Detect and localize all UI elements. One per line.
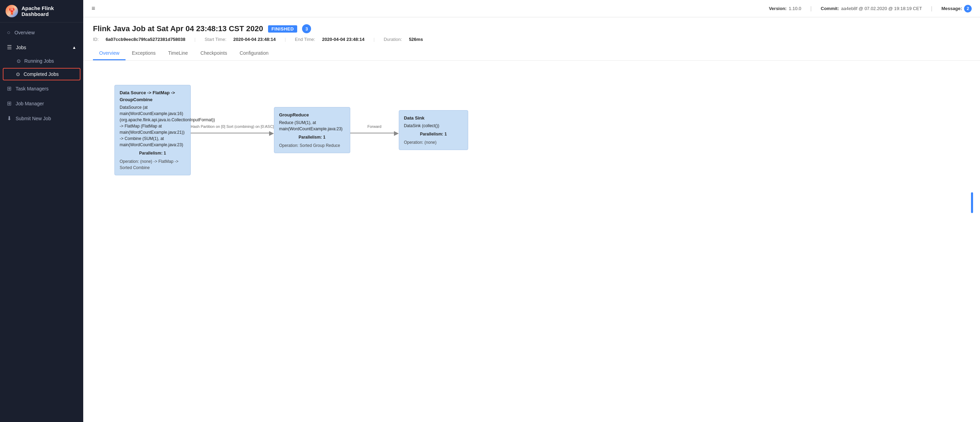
sidebar-item-jobs-label: Jobs <box>16 45 26 50</box>
connector2-label: Forward <box>368 124 382 129</box>
job-tabs: Overview Exceptions TimeLine Checkpoints… <box>93 47 970 60</box>
divider2: | <box>931 6 932 12</box>
completed-jobs-icon: ⊙ <box>16 71 20 77</box>
status-badge: FINISHED <box>268 25 298 33</box>
submit-job-icon: ⬇ <box>7 115 11 122</box>
job-id-value: 6a07ccb9eec8c79fca5272381d758038 <box>106 37 186 42</box>
duration-value: 526ms <box>409 37 423 42</box>
sidebar-item-completed-jobs[interactable]: ⊙ Completed Jobs <box>3 68 80 80</box>
node3-body: DataSink (collect()) <box>404 123 463 129</box>
node2-operation: Operation: Sorted Group Reduce <box>279 143 345 149</box>
job-title: Flink Java Job at Sat Apr 04 23:48:13 CS… <box>93 24 263 33</box>
app-title: Apache Flink Dashboard <box>22 5 78 17</box>
commit-value: aa4eb8f @ 07.02.2020 @ 19:18:19 CET <box>841 6 922 11</box>
node1-parallelism: Parallelism: 1 <box>119 150 186 156</box>
sidebar-item-task-managers-label: Task Managers <box>16 86 49 92</box>
version-info: Version: 1.10.0 <box>769 6 801 11</box>
sidebar-item-submit-new-job-label: Submit New Job <box>16 116 51 121</box>
running-jobs-icon: ⊙ <box>17 58 21 64</box>
tab-exceptions[interactable]: Exceptions <box>126 47 162 60</box>
jobs-chevron-icon: ▲ <box>72 45 76 50</box>
content-area: Flink Java Job at Sat Apr 04 23:48:13 CS… <box>83 17 980 422</box>
sidebar-item-running-jobs[interactable]: ⊙ Running Jobs <box>0 55 83 67</box>
job-header: Flink Java Job at Sat Apr 04 23:48:13 CS… <box>83 17 980 60</box>
id-label: ID: <box>93 37 99 42</box>
overview-icon: ○ <box>7 29 10 36</box>
node2-body: Reduce (SUM(1), at main(WordCountExample… <box>279 119 345 132</box>
sidebar-item-jobs[interactable]: ☰ Jobs ▲ <box>0 40 83 55</box>
sidebar-item-job-manager-label: Job Manager <box>16 101 44 106</box>
commit-label: Commit: <box>821 6 839 11</box>
connector2-line: ▶ <box>350 130 399 136</box>
connector-2: Forward ▶ <box>350 124 399 136</box>
tab-overview[interactable]: Overview <box>93 47 126 60</box>
end-time-value: 2020-04-04 23:48:14 <box>322 37 364 42</box>
connector1-label: Hash Partition on [0] Sort (combining) o… <box>191 124 274 129</box>
topbar: ≡ Version: 1.10.0 | Commit: aa4eb8f @ 07… <box>83 0 980 17</box>
connector1-line-inner <box>191 133 269 133</box>
task-managers-icon: ⊞ <box>7 85 11 92</box>
app-logo: 🦞 <box>6 5 18 17</box>
flow-node-3[interactable]: Data Sink DataSink (collect()) Paralleli… <box>399 110 468 151</box>
flow-diagram: Data Source -> FlatMap -> GroupCombine D… <box>115 85 970 175</box>
scroll-handle[interactable] <box>971 192 973 213</box>
node1-title: Data Source -> FlatMap -> GroupCombine <box>119 89 186 103</box>
node2-parallelism: Parallelism: 1 <box>279 134 345 140</box>
connector1-line: ▶ <box>191 130 274 136</box>
diagram-area: Data Source -> FlatMap -> GroupCombine D… <box>83 60 980 234</box>
sidebar-item-submit-new-job[interactable]: ⬇ Submit New Job <box>0 111 83 126</box>
menu-icon[interactable]: ≡ <box>92 5 95 12</box>
tab-checkpoints[interactable]: Checkpoints <box>194 47 233 60</box>
sidebar-item-overview[interactable]: ○ Overview <box>0 25 83 40</box>
version-value: 1.10.0 <box>789 6 801 11</box>
connector2-line-inner <box>350 133 394 133</box>
node2-title: GroupReduce <box>279 111 345 119</box>
message-badge[interactable]: 2 <box>964 5 972 13</box>
sidebar-header: 🦞 Apache Flink Dashboard <box>0 0 83 22</box>
job-manager-icon: ⊞ <box>7 100 11 107</box>
job-meta: ID: 6a07ccb9eec8c79fca5272381d758038 | S… <box>93 37 970 42</box>
main-content: ≡ Version: 1.10.0 | Commit: aa4eb8f @ 07… <box>83 0 980 422</box>
sidebar-item-running-jobs-label: Running Jobs <box>24 58 54 64</box>
flow-node-2[interactable]: GroupReduce Reduce (SUM(1), at main(Word… <box>274 107 350 154</box>
start-time-label: Start Time: <box>205 37 226 42</box>
version-label: Version: <box>769 6 786 11</box>
message-label: Message: <box>942 6 962 11</box>
sidebar-item-completed-jobs-label: Completed Jobs <box>24 71 59 77</box>
sidebar-item-task-managers[interactable]: ⊞ Task Managers <box>0 81 83 96</box>
tab-configuration[interactable]: Configuration <box>233 47 275 60</box>
node3-parallelism: Parallelism: 1 <box>404 131 463 137</box>
divider1: | <box>810 6 812 12</box>
sidebar: 🦞 Apache Flink Dashboard ○ Overview ☰ Jo… <box>0 0 83 422</box>
message-info: Message: 2 <box>942 5 972 13</box>
alert-badge[interactable]: 3 <box>302 24 311 33</box>
flow-node-1[interactable]: Data Source -> FlatMap -> GroupCombine D… <box>115 85 191 175</box>
duration-label: Duration: <box>383 37 402 42</box>
job-title-row: Flink Java Job at Sat Apr 04 23:48:13 CS… <box>93 24 970 33</box>
connector-1: Hash Partition on [0] Sort (combining) o… <box>191 124 274 136</box>
node3-operation: Operation: (none) <box>404 139 463 146</box>
tab-timeline[interactable]: TimeLine <box>162 47 194 60</box>
connector2-arrow-icon: ▶ <box>394 130 399 136</box>
connector1-arrow-icon: ▶ <box>269 130 274 136</box>
sidebar-item-overview-label: Overview <box>14 30 35 35</box>
start-time-value: 2020-04-04 23:48:14 <box>233 37 276 42</box>
node1-operation: Operation: (none) -> FlatMap -> Sorted C… <box>119 158 186 171</box>
end-time-label: End Time: <box>295 37 315 42</box>
jobs-icon: ☰ <box>7 44 12 51</box>
sidebar-item-job-manager[interactable]: ⊞ Job Manager <box>0 96 83 111</box>
commit-info: Commit: aa4eb8f @ 07.02.2020 @ 19:18:19 … <box>821 6 922 11</box>
node3-title: Data Sink <box>404 115 463 122</box>
sidebar-nav: ○ Overview ☰ Jobs ▲ ⊙ Running Jobs ⊙ Com… <box>0 22 83 422</box>
node1-body: DataSource (at main(WordCountExample.jav… <box>119 104 186 148</box>
